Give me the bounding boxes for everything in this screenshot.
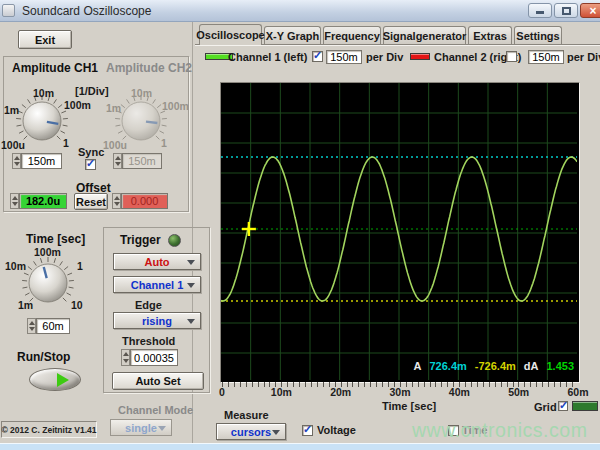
time-value: 60m — [42, 320, 63, 332]
ch1-amplitude-value: 150m — [28, 155, 56, 167]
minimize-icon — [536, 11, 544, 14]
tab-extras[interactable]: Extras — [468, 26, 512, 44]
dial-label: 10m — [33, 87, 54, 99]
trigger-edge-dropdown[interactable]: rising — [113, 312, 201, 329]
scope-display[interactable] — [221, 83, 577, 380]
maximize-button[interactable] — [554, 3, 578, 18]
app-icon — [2, 4, 15, 17]
readout-da-label: dA — [524, 360, 539, 373]
threshold-value: 0.00035 — [134, 352, 174, 364]
maximize-icon — [562, 7, 571, 15]
channel2-enable-checkbox[interactable] — [506, 51, 517, 62]
channel2-color-swatch — [410, 53, 430, 60]
threshold-stepper[interactable] — [121, 349, 130, 366]
x-tick-label: 20m — [321, 386, 361, 398]
ch2-offset-field: 0.000 — [121, 193, 168, 209]
trigger-mode-value: Auto — [144, 256, 169, 268]
chevron-down-icon — [272, 430, 280, 439]
tab-frequency[interactable]: Frequency — [323, 26, 381, 44]
grid-color-swatch — [572, 401, 598, 411]
ch1-offset-value: 182.0u — [26, 195, 60, 207]
sync-checkbox[interactable] — [85, 159, 96, 170]
dial-label: 1m — [18, 299, 33, 311]
close-icon: × — [589, 5, 596, 17]
cursor-readout: A 726.4m -726.4m dA 1.453 — [390, 360, 574, 373]
dial-label: 1m — [4, 104, 19, 116]
trigger-led — [168, 234, 181, 247]
chevron-down-icon — [187, 319, 195, 328]
window-title: Soundcard Oszilloscope — [22, 4, 151, 18]
tab-settings[interactable]: Settings — [514, 26, 562, 44]
grid-label: Grid — [534, 401, 557, 413]
tab-oscilloscope[interactable]: Oscilloscope — [199, 24, 262, 45]
run-stop-label: Run/Stop — [17, 350, 70, 364]
ch2-offset-value: 0.000 — [131, 195, 159, 207]
close-button[interactable]: × — [580, 3, 600, 18]
tab-signalgenerator[interactable]: Signalgenerator — [383, 26, 466, 44]
measure-mode-value: cursors — [231, 426, 271, 438]
chevron-down-icon — [158, 426, 166, 435]
channel1-div-field[interactable]: 150m — [326, 50, 362, 64]
per-div-label-1: per Div — [366, 51, 403, 63]
x-axis-title: Time [sec] — [382, 400, 436, 412]
x-tick-label: 40m — [439, 386, 479, 398]
exit-button[interactable]: Exit — [18, 30, 72, 49]
reset-button[interactable]: Reset — [74, 193, 108, 210]
window-bottom-edge — [0, 443, 600, 450]
time-stepper[interactable] — [27, 318, 36, 334]
x-axis-tick-labels: 010m20m30m40m50m60m — [0, 386, 600, 398]
ch1-amplitude-field[interactable]: 150m — [21, 153, 62, 169]
dial-label: 100u — [1, 139, 25, 151]
readout-max-value: 726.4m — [430, 360, 467, 373]
exit-button-label: Exit — [35, 34, 55, 46]
voltage-label: Voltage — [317, 424, 356, 436]
play-icon — [57, 373, 69, 387]
ch1-amplitude-stepper[interactable] — [12, 153, 21, 169]
channel2-div-field[interactable]: 150m — [528, 50, 564, 64]
dial-label: 1m — [106, 102, 121, 114]
watermark: www.cntronics.com — [412, 419, 587, 442]
ch1-offset-field[interactable]: 182.0u — [19, 193, 67, 209]
measure-mode-dropdown[interactable]: cursors — [216, 423, 286, 440]
tab-xy-graph[interactable]: X-Y Graph — [264, 26, 321, 44]
channel1-div-value: 150m — [330, 51, 358, 63]
threshold-field[interactable]: 0.00035 — [130, 349, 178, 366]
chevron-down-icon — [187, 283, 195, 292]
dial-label: 1 — [161, 137, 167, 149]
chevron-down-icon — [187, 260, 195, 269]
minimize-button[interactable] — [528, 3, 552, 18]
amplitude-ch1-title: Amplitude CH1 — [12, 61, 98, 75]
time-title: Time [sec] — [26, 232, 85, 246]
voltage-checkbox[interactable] — [302, 425, 313, 436]
dial-label: 100u — [103, 139, 127, 151]
channel-mode-dropdown: single — [110, 419, 172, 436]
ch1-offset-stepper[interactable] — [10, 193, 19, 209]
x-tick-label: 60m — [558, 386, 598, 398]
dial-label: 10m — [131, 87, 152, 99]
ch2-amplitude-value: 150m — [128, 155, 156, 167]
amplitude-ch2-title: Amplitude CH2 — [106, 61, 192, 75]
dial-label: 10m — [5, 260, 26, 272]
channel-mode-value: single — [125, 422, 157, 434]
copyright-label: © 2012 C. Zeitnitz V1.41 — [1, 421, 97, 438]
dial-label: 100m — [64, 99, 91, 111]
per-div-unit-label: [1/Div] — [75, 85, 109, 97]
channel1-enable-checkbox[interactable] — [312, 51, 323, 62]
threshold-label: Threshold — [122, 335, 175, 347]
time-field[interactable]: 60m — [36, 318, 70, 334]
dial-label: 100m — [34, 246, 61, 258]
trigger-title: Trigger — [120, 233, 161, 247]
x-tick-label: 50m — [499, 386, 539, 398]
dial-label: 100m — [162, 100, 189, 112]
dial-label: 1 — [63, 137, 69, 149]
grid-checkbox[interactable] — [558, 401, 568, 411]
ch2-amplitude-stepper[interactable] — [113, 153, 122, 169]
ch2-offset-stepper[interactable] — [112, 193, 121, 209]
ch2-amplitude-field: 150m — [122, 153, 162, 169]
trigger-mode-dropdown[interactable]: Auto — [113, 253, 201, 270]
trigger-source-dropdown[interactable]: Channel 1 — [113, 276, 201, 293]
channel2-div-value: 150m — [532, 51, 560, 63]
readout-delta-value: 1.453 — [546, 360, 574, 373]
edge-label: Edge — [135, 299, 162, 311]
per-div-label-2: per Div — [567, 51, 600, 63]
